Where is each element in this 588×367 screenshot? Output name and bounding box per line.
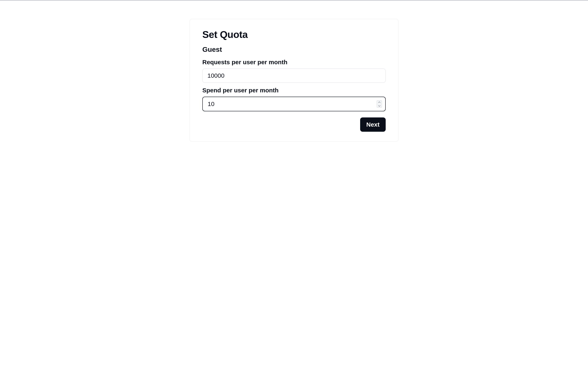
spend-input[interactable] <box>202 97 386 111</box>
spend-label: Spend per user per month <box>202 87 386 94</box>
button-row: Next <box>202 117 386 132</box>
spend-stepper <box>377 100 382 108</box>
stepper-up-icon[interactable] <box>377 100 382 104</box>
spend-input-wrapper <box>202 97 386 111</box>
top-divider <box>0 0 588 0</box>
requests-label: Requests per user per month <box>202 59 386 66</box>
set-quota-card: Set Quota Guest Requests per user per mo… <box>190 19 398 142</box>
next-button[interactable]: Next <box>360 117 386 132</box>
role-heading: Guest <box>202 45 386 53</box>
stepper-down-icon[interactable] <box>377 104 382 108</box>
page-title: Set Quota <box>202 29 386 40</box>
requests-input[interactable] <box>202 68 386 83</box>
